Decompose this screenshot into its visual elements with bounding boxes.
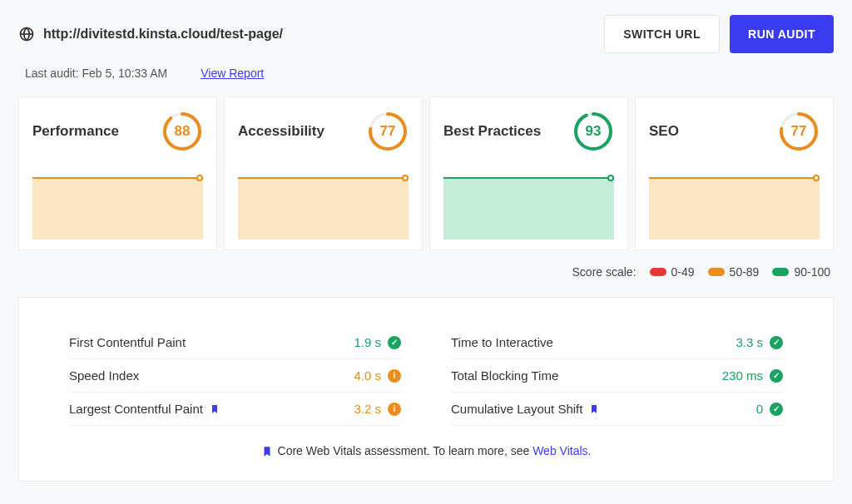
metric-value: 230 ms ✓ — [722, 368, 783, 383]
score-gauge: 93 — [572, 111, 614, 152]
metric-row[interactable]: Time to Interactive 3.3 s ✓ — [451, 326, 783, 359]
metric-value: 3.2 s i — [354, 402, 401, 416]
card-title: Best Practices — [443, 123, 541, 140]
status-icon: ✓ — [770, 403, 783, 416]
trend-area — [443, 177, 614, 240]
metric-value: 4.0 s i — [354, 368, 401, 383]
metric-label: Speed Index — [69, 368, 139, 383]
card-title: SEO — [649, 123, 679, 140]
metrics-grid: First Contentful Paint 1.9 s ✓ Speed Ind… — [69, 326, 783, 426]
last-audit-text: Last audit: Feb 5, 10:33 AM — [25, 67, 167, 80]
score-cards: Performance 88 Accessibility 77 — [0, 96, 852, 250]
score-card-performance[interactable]: Performance 88 — [18, 96, 217, 250]
scale-green: 90-100 — [772, 265, 830, 279]
metric-row[interactable]: First Contentful Paint 1.9 s ✓ — [69, 326, 401, 359]
view-report-link[interactable]: View Report — [201, 67, 264, 80]
trend-area — [32, 177, 203, 240]
scale-orange: 50-89 — [708, 265, 760, 279]
core-web-vitals-note: Core Web Vitals assessment. To learn mor… — [69, 426, 783, 457]
score-card-accessibility[interactable]: Accessibility 77 — [224, 96, 423, 250]
card-title: Performance — [32, 123, 119, 140]
metric-value: 1.9 s ✓ — [354, 335, 401, 349]
header-buttons: SWITCH URL RUN AUDIT — [604, 15, 834, 53]
score-card-best-practices[interactable]: Best Practices 93 — [429, 96, 628, 250]
globe-icon — [18, 26, 35, 42]
metric-label: Total Blocking Time — [451, 368, 558, 383]
status-icon: i — [388, 403, 401, 416]
status-icon: ✓ — [388, 336, 401, 349]
metric-label: First Contentful Paint — [69, 335, 186, 349]
metrics-column-right: Time to Interactive 3.3 s ✓ Total Blocki… — [451, 326, 783, 426]
subheader: Last audit: Feb 5, 10:33 AM View Report — [0, 53, 852, 96]
bookmark-icon — [210, 403, 220, 416]
metric-value: 3.3 s ✓ — [736, 335, 783, 349]
header: http://divitestd.kinsta.cloud/test-page/… — [0, 0, 852, 53]
score-card-seo[interactable]: SEO 77 — [635, 96, 834, 250]
status-icon: i — [388, 369, 401, 383]
score-scale-legend: Score scale: 0-49 50-89 90-100 — [0, 250, 852, 297]
scale-red: 0-49 — [650, 265, 695, 279]
score-gauge: 77 — [367, 111, 409, 152]
switch-url-button[interactable]: SWITCH URL — [604, 15, 720, 53]
status-icon: ✓ — [770, 369, 783, 383]
scale-label: Score scale: — [572, 265, 637, 279]
url-group: http://divitestd.kinsta.cloud/test-page/ — [18, 26, 283, 42]
metric-label: Largest Contentful Paint — [69, 402, 220, 416]
bookmark-icon — [589, 403, 599, 416]
trend-area — [238, 177, 409, 240]
metrics-panel: First Contentful Paint 1.9 s ✓ Speed Ind… — [18, 297, 834, 482]
card-title: Accessibility — [238, 123, 324, 140]
metric-row[interactable]: Total Blocking Time 230 ms ✓ — [451, 359, 783, 393]
metric-label: Cumulative Layout Shift — [451, 402, 599, 416]
metric-row[interactable]: Cumulative Layout Shift 0 ✓ — [451, 393, 783, 426]
bookmark-icon — [261, 444, 271, 457]
score-gauge: 88 — [161, 111, 203, 152]
footer-text: Core Web Vitals assessment. To learn mor… — [278, 444, 533, 457]
metric-label: Time to Interactive — [451, 335, 553, 349]
metric-value: 0 ✓ — [756, 402, 783, 416]
metrics-column-left: First Contentful Paint 1.9 s ✓ Speed Ind… — [69, 326, 401, 426]
footer-suffix: . — [588, 444, 592, 457]
metric-row[interactable]: Largest Contentful Paint 3.2 s i — [69, 393, 401, 426]
trend-area — [649, 177, 820, 240]
metric-row[interactable]: Speed Index 4.0 s i — [69, 359, 401, 393]
score-gauge: 77 — [778, 111, 820, 152]
run-audit-button[interactable]: RUN AUDIT — [730, 15, 834, 53]
web-vitals-link[interactable]: Web Vitals — [532, 444, 587, 457]
page-url: http://divitestd.kinsta.cloud/test-page/ — [43, 27, 283, 42]
status-icon: ✓ — [770, 336, 783, 349]
